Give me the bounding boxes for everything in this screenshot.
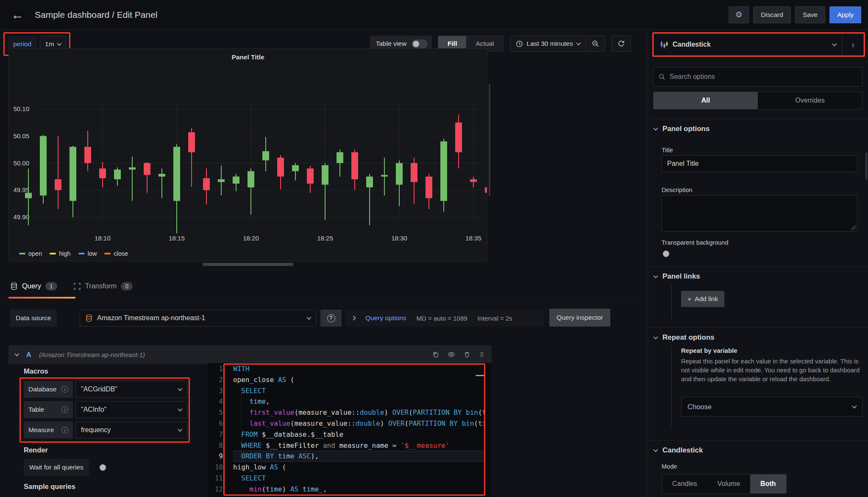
legend-item-high[interactable]: high: [50, 250, 70, 257]
macro-measure-value: frequency: [81, 426, 111, 434]
candlestick-chart[interactable]: 50.1050.0550.0049.9549.9018:1018:1518:20…: [9, 65, 487, 245]
datasource-picker[interactable]: Amazon Timestream ap-northeast-1: [80, 310, 316, 327]
chevron-down-icon: [653, 126, 658, 131]
macro-table-select[interactable]: "ACInfo": [75, 401, 187, 418]
candle-body: [173, 147, 180, 201]
code-line: first_value(measure_value::double) OVER(…: [233, 407, 485, 418]
candle-body: [159, 174, 165, 176]
query-inspector-button[interactable]: Query inspector: [549, 309, 610, 327]
sql-code[interactable]: WITHopen_close AS ( SELECT time, first_v…: [233, 363, 485, 495]
candle-body: [55, 179, 61, 190]
sidebar-scrollbar[interactable]: [865, 153, 867, 180]
visualization-picker[interactable]: Candlestick ›: [654, 34, 864, 56]
candle-body: [426, 176, 432, 198]
mode-volume[interactable]: Volume: [707, 475, 750, 493]
mode-both[interactable]: Both: [750, 475, 786, 493]
code-line: last_value(measure_value::double) OVER(P…: [233, 418, 485, 429]
save-button[interactable]: Save: [795, 6, 825, 23]
macro-database-label: Databasei: [24, 381, 73, 398]
query-options-link[interactable]: Query options: [365, 314, 406, 322]
options-search: [653, 67, 862, 87]
query-row-header[interactable]: A (Amazon Timestream ap-northeast-1): [8, 345, 492, 364]
title-field-label: Title: [662, 147, 673, 154]
collapse-chevron-icon[interactable]: [14, 352, 19, 356]
repeat-options-section-header[interactable]: Repeat options: [654, 333, 715, 342]
table-view-label: Table view: [376, 40, 406, 47]
candle-body: [366, 176, 373, 187]
description-textarea[interactable]: [662, 195, 857, 232]
chevron-down-icon: [653, 335, 658, 339]
settings-button[interactable]: ⚙: [729, 6, 749, 23]
code-line: open_close AS (: [233, 374, 485, 385]
editor-scroll-thumb[interactable]: [476, 375, 484, 376]
zoom-out-button[interactable]: [586, 36, 605, 52]
time-range-picker[interactable]: Last 30 minutes: [510, 36, 586, 52]
discard-button[interactable]: Discard: [753, 6, 791, 23]
transform-icon: [73, 282, 81, 290]
tab-query[interactable]: Query 1: [10, 274, 57, 298]
panel-links-section-header[interactable]: Panel links: [654, 272, 700, 281]
delete-query-trash-icon[interactable]: [464, 351, 470, 358]
panel-options-section-header[interactable]: Panel options: [654, 125, 709, 133]
candle-body: [485, 187, 487, 193]
candle-body: [470, 179, 477, 182]
candle-body: [203, 178, 210, 190]
legend-label: open: [28, 250, 42, 257]
legend-swatch: [50, 253, 56, 254]
chevron-down-icon: [178, 407, 182, 411]
add-link-button[interactable]: + Add link: [681, 291, 724, 307]
repeat-variable-select[interactable]: Choose: [681, 397, 862, 416]
viz-next-button[interactable]: ›: [842, 34, 863, 55]
duplicate-icon[interactable]: [432, 351, 439, 358]
candlestick-section-header[interactable]: Candlestick: [654, 446, 703, 455]
y-axis-tick: 50.10: [13, 105, 29, 112]
macro-database-select[interactable]: "ACGridDB": [75, 381, 187, 398]
page-title: Sample dashboard / Edit Panel: [35, 10, 158, 20]
legend-swatch: [78, 253, 85, 254]
datasource-help-button[interactable]: ?: [320, 310, 342, 327]
database-icon: [10, 282, 18, 290]
mode-candles[interactable]: Candles: [662, 475, 707, 493]
panel-title-input[interactable]: [662, 155, 857, 172]
viz-picker-annotation: Candlestick ›: [652, 32, 865, 57]
panel-title: Panel Title: [9, 49, 487, 61]
macros-heading: Macros: [24, 367, 48, 375]
legend-item-low[interactable]: low: [78, 250, 97, 257]
macro-measure-select[interactable]: frequency: [75, 422, 187, 438]
repeat-by-variable-label: Repeat by variable: [681, 347, 737, 354]
tab-transform[interactable]: Transform 0: [73, 274, 133, 298]
section-indent-line: [671, 285, 672, 320]
hide-query-eye-icon[interactable]: [448, 351, 455, 358]
back-arrow-icon[interactable]: ←: [11, 8, 24, 21]
code-line: WITH: [233, 363, 485, 374]
tab-all[interactable]: All: [654, 92, 758, 109]
table-view-toggle[interactable]: [412, 39, 428, 48]
x-axis-tick: 18:30: [391, 235, 407, 242]
apply-button[interactable]: Apply: [829, 6, 861, 23]
refresh-button[interactable]: [611, 36, 631, 52]
pane-resize-handle[interactable]: [203, 263, 293, 266]
macro-table-label: Tablei: [24, 401, 73, 418]
options-sidebar: Candlestick › All Overrides Panel option…: [648, 30, 868, 497]
candle-body: [114, 170, 121, 179]
y-axis-tick: 49.95: [13, 186, 29, 193]
code-line: SELECT: [233, 385, 485, 396]
sql-editor[interactable]: 123456789101112 WITHopen_close AS ( SELE…: [208, 363, 491, 497]
tab-overrides[interactable]: Overrides: [758, 92, 862, 109]
help-icon: ?: [327, 314, 335, 322]
legend-item-close[interactable]: close: [104, 250, 128, 257]
candle-body: [440, 142, 447, 201]
resize-handle-icon[interactable]: [851, 226, 856, 230]
candle-body: [144, 163, 150, 175]
legend-item-open[interactable]: open: [19, 250, 42, 257]
preview-scrollbar[interactable]: [489, 84, 490, 196]
chevron-down-icon: [852, 404, 857, 408]
search-options-input[interactable]: [670, 73, 857, 81]
query-row-actions: [432, 351, 485, 358]
tab-query-label: Query: [22, 282, 41, 290]
editor-tabs: Query 1 Transform 0: [0, 274, 648, 299]
chevron-down-icon: [57, 41, 61, 46]
max-datapoints-value: MD = auto = 1089: [417, 315, 467, 322]
code-line: SELECT: [233, 473, 485, 484]
drag-handle-icon[interactable]: [479, 352, 485, 357]
